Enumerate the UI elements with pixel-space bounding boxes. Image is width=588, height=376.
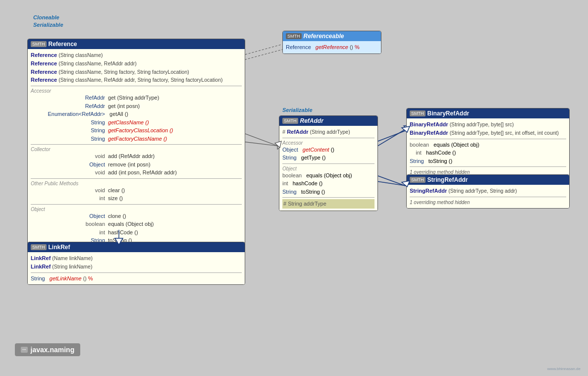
package-label: ··· javax.naming bbox=[15, 343, 80, 356]
ref-get2: RefAddr get (int posn) bbox=[31, 102, 242, 110]
stringrefaddr-title: StringRefAddr bbox=[428, 176, 468, 183]
refaddr-object-label: Object bbox=[282, 166, 374, 171]
refaddr-title: RefAddr bbox=[300, 117, 323, 124]
ref-constructor-1: Reference (String className) bbox=[31, 51, 242, 59]
refaddr-class-box: SMTH RefAddr # RefAddr (String addrType)… bbox=[279, 115, 378, 211]
ref-getclassname: String getClassName () bbox=[31, 118, 242, 127]
refaddr-constructor: # RefAddr (String addrType) bbox=[282, 128, 374, 136]
stringrefaddr-body: StringRefAddr (String addrType, String a… bbox=[407, 185, 569, 208]
serializable-label: Serializable bbox=[282, 107, 313, 114]
reference-body: Reference (String className) Reference (… bbox=[28, 49, 245, 269]
ref-get1: RefAddr get (String addrType) bbox=[31, 94, 242, 102]
linkref-constructor1: LinkRef (Name linkName) bbox=[31, 254, 242, 263]
referenceable-header: SMTH Referenceable bbox=[283, 31, 381, 41]
referenceable-badge: SMTH bbox=[286, 33, 302, 39]
svg-line-14 bbox=[378, 131, 405, 141]
cloneable-label: CloneableSerializable bbox=[33, 14, 63, 29]
refaddr-equals: boolean equals (Object obj) bbox=[282, 171, 374, 180]
binaryrefaddr-header: SMTH BinaryRefAddr bbox=[407, 108, 569, 118]
svg-line-16 bbox=[378, 176, 405, 186]
refaddr-body: # RefAddr (String addrType) Accessor Obj… bbox=[279, 126, 377, 211]
linkref-body: LinkRef (Name linkName) LinkRef (String … bbox=[28, 252, 245, 284]
linkref-title: LinkRef bbox=[49, 244, 70, 251]
object-label-ref: Object bbox=[31, 207, 242, 212]
refaddr-field: # String addrType bbox=[282, 199, 374, 209]
ref-getfactoryloc: String getFactoryClassLocation () bbox=[31, 126, 242, 135]
stringrefaddr-badge: SMTH bbox=[410, 177, 426, 183]
ref-add1: void add (RefAddr addr) bbox=[31, 152, 242, 161]
binaryrefaddr-class-box: SMTH BinaryRefAddr BinaryRefAddr (String… bbox=[406, 108, 570, 178]
refaddr-tostring: String toString () bbox=[282, 188, 374, 196]
linkref-constructor2: LinkRef (String linkName) bbox=[31, 263, 242, 271]
ref-getall: Enumeration<RefAddr> getAll () bbox=[31, 110, 242, 118]
linkref-class-box: SMTH LinkRef LinkRef (Name linkName) Lin… bbox=[27, 242, 245, 285]
package-badge: ··· bbox=[21, 347, 28, 353]
svg-line-11 bbox=[245, 45, 281, 54]
reference-class-header: SMTH Reference bbox=[28, 39, 245, 49]
referenceable-title: Referenceable bbox=[304, 33, 344, 40]
package-name: javax.naming bbox=[31, 346, 75, 354]
collector-label: Collector bbox=[31, 147, 242, 152]
binaryrefaddr-constructor2: BinaryRefAddr (String addrType, byte[] s… bbox=[410, 129, 566, 137]
ref-constructor-3: Reference (String className, String fact… bbox=[31, 68, 242, 76]
svg-line-12 bbox=[245, 134, 278, 146]
reference-class-box: SMTH Reference Reference (String classNa… bbox=[27, 39, 245, 269]
binaryrefaddr-title: BinaryRefAddr bbox=[428, 110, 470, 117]
binaryrefaddr-badge: SMTH bbox=[410, 110, 426, 116]
referenceable-body: Reference getReference () % bbox=[283, 41, 381, 54]
reference-badge: SMTH bbox=[31, 41, 47, 47]
linkref-header: SMTH LinkRef bbox=[28, 242, 245, 252]
binaryrefaddr-tostring: String toString () bbox=[410, 157, 566, 165]
ref-remove: Object remove (int posn) bbox=[31, 161, 242, 169]
linkref-badge: SMTH bbox=[31, 244, 47, 250]
stringrefaddr-header: SMTH StringRefAddr bbox=[407, 175, 569, 185]
ref-clone: Object clone () bbox=[31, 212, 242, 220]
reference-title: Reference bbox=[49, 41, 77, 48]
refaddr-getcontent: Object getContent () bbox=[282, 146, 374, 154]
ref-constructor-2: Reference (String className, RefAddr add… bbox=[31, 59, 242, 68]
stringrefaddr-hidden: 1 overriding method hidden bbox=[410, 199, 566, 206]
ref-constructor-4: Reference (String className, RefAddr add… bbox=[31, 76, 242, 84]
ref-equals: boolean equals (Object obj) bbox=[31, 220, 242, 228]
refaddr-gettype: String getType () bbox=[282, 154, 374, 162]
referenceable-method: Reference getReference () % bbox=[286, 43, 378, 52]
binaryrefaddr-body: BinaryRefAddr (String addrType, byte[] s… bbox=[407, 118, 569, 178]
refaddr-badge: SMTH bbox=[282, 118, 298, 124]
binaryrefaddr-equals: boolean equals (Object obj) bbox=[410, 141, 566, 149]
ref-hashcode: int hashCode () bbox=[31, 228, 242, 237]
watermark: www.bhinnasan.de bbox=[547, 367, 581, 371]
accessor-label: Accessor bbox=[31, 88, 242, 94]
refaddr-accessor-label: Accessor bbox=[282, 140, 374, 146]
stringrefaddr-class-box: SMTH StringRefAddr StringRefAddr (String… bbox=[406, 174, 570, 209]
referenceable-class-box: SMTH Referenceable Reference getReferenc… bbox=[282, 31, 381, 54]
ref-clear: void clear () bbox=[31, 186, 242, 195]
other-methods-label: Other Public Methods bbox=[31, 181, 242, 186]
refaddr-header: SMTH RefAddr bbox=[279, 116, 377, 126]
binaryrefaddr-constructor1: BinaryRefAddr (String addrType, byte[] s… bbox=[410, 120, 566, 129]
linkref-getlinkname: String getLinkName () % bbox=[31, 274, 242, 283]
stringrefaddr-constructor: StringRefAddr (String addrType, String a… bbox=[410, 187, 566, 195]
ref-getfactoryname: String getFactoryClassName () bbox=[31, 135, 242, 143]
ref-size: int size () bbox=[31, 194, 242, 203]
binaryrefaddr-hashcode: int hashCode () bbox=[410, 149, 566, 157]
ref-add2: void add (int posn, RefAddr addr) bbox=[31, 168, 242, 177]
refaddr-hashcode: int hashCode () bbox=[282, 179, 374, 188]
